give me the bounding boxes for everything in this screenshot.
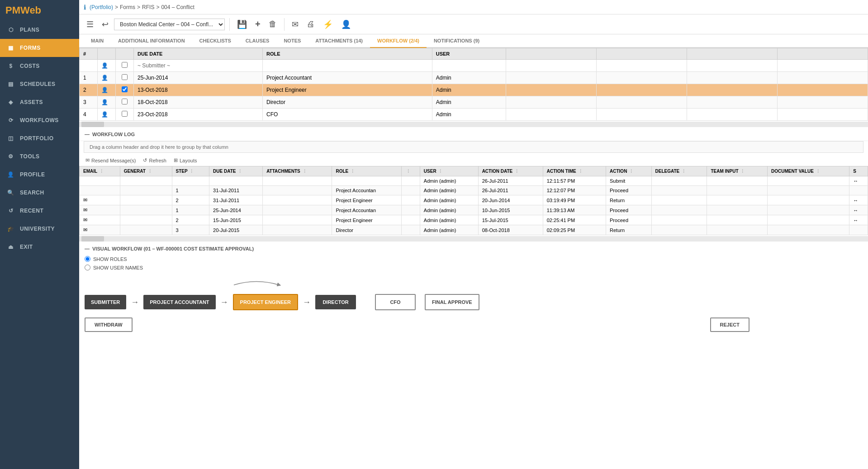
wf-node-final-approve[interactable]: FINAL APPROVE xyxy=(425,294,479,310)
log-col-action-date: ACTION DATE ⋮ xyxy=(478,166,543,176)
vw-minus-icon: — xyxy=(85,246,90,251)
log-doc-value xyxy=(768,205,849,215)
sidebar-item-workflows[interactable]: ⟳ WORKFLOWS xyxy=(0,111,79,129)
log-action-time: 12:12:07 PM xyxy=(543,186,606,195)
withdraw-button[interactable]: WITHDRAW xyxy=(85,317,133,332)
sidebar-item-forms[interactable]: ▦ FORMS xyxy=(0,39,79,57)
log-extra xyxy=(402,176,420,186)
log-doc-value xyxy=(768,176,849,186)
wf-node-project-accountant[interactable]: PROJECT ACCOUNTANT xyxy=(143,295,215,309)
log-step: 1 xyxy=(172,186,209,195)
person-icon: 👤 xyxy=(101,87,108,93)
log-user: Admin (admin) xyxy=(420,225,478,235)
project-select[interactable]: Boston Medical Center – 004 – Confl... xyxy=(114,19,225,30)
sidebar-item-exit[interactable]: ⏏ EXIT xyxy=(0,238,79,256)
workflow-diagram: SUBMITTER → PROJECT ACCOUNTANT → PROJECT… xyxy=(85,276,863,341)
col-extra3 xyxy=(687,48,778,60)
row-check[interactable] xyxy=(116,96,134,109)
tab-checklists[interactable]: CHECKLISTS xyxy=(192,34,238,48)
sidebar-item-search[interactable]: 🔍 SEARCH xyxy=(0,184,79,202)
sidebar-item-recent[interactable]: ↺ RECENT xyxy=(0,202,79,220)
log-col-action: ACTION ⋮ xyxy=(606,166,652,176)
row-check[interactable] xyxy=(116,60,134,72)
log-table: EMAIL ⋮ GENERAT ⋮ STEP ⋮ DUE DATE ⋮ ATTA… xyxy=(79,166,868,235)
log-row: ✉ 1 25-Jun-2014 Project Accountan Admin … xyxy=(80,205,868,215)
sidebar-item-schedules[interactable]: ▤ SCHEDULES xyxy=(0,75,79,93)
breadcrumb-sep2: > xyxy=(137,4,140,10)
reject-button[interactable]: REJECT xyxy=(710,317,749,332)
sidebar-item-profile[interactable]: 👤 PROFILE xyxy=(0,166,79,184)
user-button[interactable]: 👤 xyxy=(338,18,354,31)
tab-notifications[interactable]: NOTIFICATIONS (9) xyxy=(427,34,487,48)
sidebar-item-plans[interactable]: ⬡ PLANS xyxy=(0,21,79,39)
tab-clauses[interactable]: CLAUSES xyxy=(238,34,277,48)
add-button[interactable]: + xyxy=(252,17,263,31)
search-icon: 🔍 xyxy=(6,188,15,197)
log-action-date: 15-Jul-2015 xyxy=(478,215,543,225)
tab-main[interactable]: MAIN xyxy=(84,34,111,48)
log-col-action-time: ACTION TIME ⋮ xyxy=(543,166,606,176)
row-role xyxy=(263,60,432,72)
row-check[interactable] xyxy=(116,84,134,96)
log-extra xyxy=(402,205,420,215)
log-delegate xyxy=(651,205,707,215)
print-button[interactable]: 🖨 xyxy=(304,18,318,31)
col-due-date: DUE DATE xyxy=(134,48,263,60)
sidebar-item-costs[interactable]: $ COSTS xyxy=(0,57,79,75)
radio-roles-label[interactable]: SHOW ROLES xyxy=(85,256,863,262)
tab-workflow[interactable]: WORKFLOW (2/4) xyxy=(370,34,427,48)
delete-button[interactable]: 🗑 xyxy=(266,18,280,31)
log-row: ✉ 2 15-Jun-2015 Project Engineer Admin (… xyxy=(80,215,868,225)
row-num xyxy=(80,60,98,72)
log-scrollbar[interactable] xyxy=(79,236,868,242)
wf-node-director[interactable]: DIRECTOR xyxy=(315,295,356,309)
log-user: Admin (admin) xyxy=(420,186,478,195)
log-due-date: 25-Jun-2014 xyxy=(209,205,263,215)
wf-node-submitter[interactable]: SUBMITTER xyxy=(85,295,126,309)
log-role: Director xyxy=(332,225,402,235)
email-button[interactable]: ✉ xyxy=(289,18,301,31)
person-icon: 👤 xyxy=(101,75,108,81)
row-check[interactable] xyxy=(116,109,134,121)
log-action-time: 02:25:41 PM xyxy=(543,215,606,225)
radio-roles[interactable] xyxy=(85,256,90,262)
breadcrumb-portfolio[interactable]: (Portfolio) xyxy=(90,4,113,10)
tab-attachments[interactable]: ATTACHMENTS (14) xyxy=(308,34,370,48)
save-button[interactable]: 💾 xyxy=(234,18,250,31)
menu-button[interactable]: ☰ xyxy=(84,18,96,31)
info-icon[interactable]: ℹ xyxy=(84,4,86,11)
sidebar-item-university[interactable]: 🎓 UNIVERSITY xyxy=(0,220,79,238)
layouts-button[interactable]: ⊞ Layouts xyxy=(172,156,199,164)
tab-notes[interactable]: NOTES xyxy=(276,34,308,48)
radio-users[interactable] xyxy=(85,265,90,270)
resend-button[interactable]: ✉ Resend Message(s) xyxy=(84,156,138,164)
refresh-button[interactable]: ↺ Refresh xyxy=(141,156,168,164)
row-check[interactable] xyxy=(116,72,134,84)
undo-button[interactable]: ↩ xyxy=(99,18,111,31)
arrow-2: → xyxy=(218,298,230,307)
log-action-time: 02:09:25 PM xyxy=(543,225,606,235)
col-role: ROLE xyxy=(263,48,432,60)
sidebar-item-tools[interactable]: ⚙ TOOLS xyxy=(0,147,79,166)
log-action: Return xyxy=(606,225,652,235)
log-action: Proceed xyxy=(606,186,652,195)
lightning-button[interactable]: ⚡ xyxy=(320,18,336,31)
row-role: Project Accountant xyxy=(263,72,432,84)
log-action-time: 11:39:13 AM xyxy=(543,205,606,215)
radio-users-label[interactable]: SHOW USER NAMES xyxy=(85,265,863,270)
row-num: 2 xyxy=(80,84,98,96)
tab-additional[interactable]: ADDITIONAL INFORMATION xyxy=(111,34,192,48)
row-num: 1 xyxy=(80,72,98,84)
col-check xyxy=(116,48,134,60)
wf-node-cfo[interactable]: CFO xyxy=(375,294,416,310)
wf-node-project-engineer[interactable]: PROJECT ENGINEER xyxy=(233,294,298,310)
toolbar-divider-1 xyxy=(229,18,230,31)
breadcrumb-item: 004 – Conflict xyxy=(161,4,194,10)
sidebar-item-portfolio[interactable]: ◫ PORTFOLIO xyxy=(0,129,79,147)
steps-scrollbar[interactable] xyxy=(79,122,868,127)
portfolio-icon: ◫ xyxy=(6,134,15,143)
col-user: USER xyxy=(432,48,506,60)
log-team-input xyxy=(707,225,768,235)
breadcrumb-rfis: RFIS xyxy=(142,4,154,10)
sidebar-item-assets[interactable]: ◈ ASSETS xyxy=(0,93,79,111)
